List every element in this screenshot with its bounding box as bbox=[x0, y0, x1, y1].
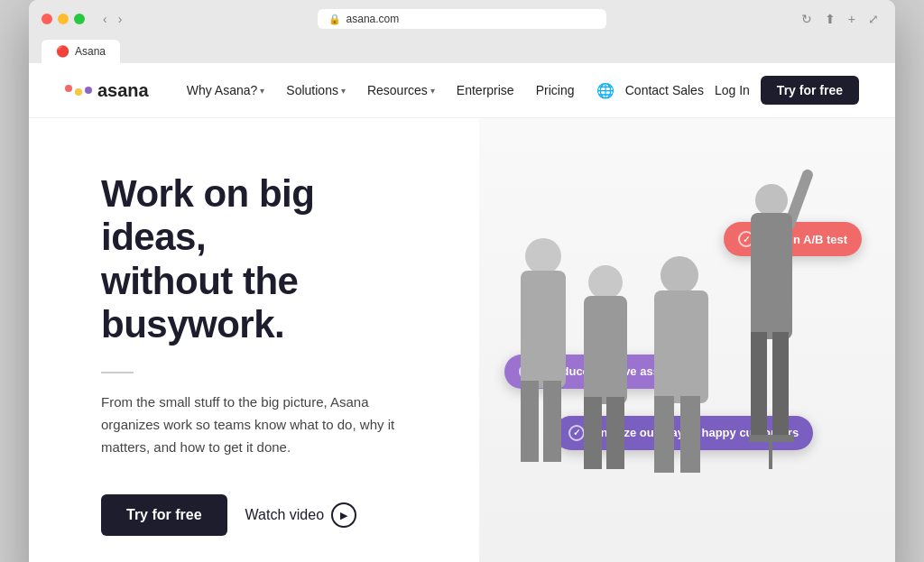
people-illustration bbox=[525, 184, 850, 562]
contact-sales-link[interactable]: Contact Sales bbox=[625, 83, 704, 97]
try-free-nav-button[interactable]: Try for free bbox=[761, 76, 859, 105]
logo-dot-red bbox=[65, 85, 72, 92]
nav-enterprise[interactable]: Enterprise bbox=[448, 78, 523, 103]
browser-window: ‹ › 🔒 asana.com ↻ ⬆ + ⤢ 🔴 Asana bbox=[29, 0, 895, 562]
play-icon: ▶ bbox=[331, 502, 356, 528]
nav-right: 🌐 Contact Sales Log In Try for free bbox=[596, 76, 859, 105]
website-content: asana Why Asana? ▾ Solutions ▾ Resources… bbox=[29, 63, 895, 562]
person2-leg-right bbox=[606, 397, 624, 469]
reload-icon[interactable]: ↻ bbox=[798, 10, 816, 28]
nav-pricing[interactable]: Pricing bbox=[527, 78, 584, 103]
browser-titlebar: ‹ › 🔒 asana.com ↻ ⬆ + ⤢ bbox=[42, 9, 882, 29]
person2-head bbox=[588, 265, 623, 299]
tab-title: Asana bbox=[75, 45, 106, 58]
hero-section: Work on big ideas, without the busywork.… bbox=[29, 118, 895, 562]
chevron-down-icon: ▾ bbox=[430, 86, 435, 96]
chevron-down-icon: ▾ bbox=[260, 86, 264, 96]
hero-right: ✓ Design A/B test ✓ Produce creative ass… bbox=[479, 118, 895, 562]
lock-icon: 🔒 bbox=[328, 14, 341, 25]
person4-leg-right bbox=[772, 332, 789, 440]
tab-favicon: 🔴 bbox=[56, 45, 69, 58]
logo-icon bbox=[65, 85, 92, 96]
address-bar[interactable]: 🔒 asana.com bbox=[318, 9, 606, 29]
hero-headline: Work on big ideas, without the busywork. bbox=[101, 172, 425, 346]
person1-leg-left bbox=[521, 381, 539, 462]
logo[interactable]: asana bbox=[65, 80, 149, 101]
browser-chrome: ‹ › 🔒 asana.com ↻ ⬆ + ⤢ 🔴 Asana bbox=[29, 0, 895, 63]
hero-left: Work on big ideas, without the busywork.… bbox=[29, 118, 479, 562]
globe-icon[interactable]: 🌐 bbox=[596, 82, 614, 99]
person2-body bbox=[584, 296, 627, 404]
person3-leg-left bbox=[654, 396, 674, 473]
hero-description: From the small stuff to the big picture,… bbox=[101, 392, 408, 458]
person3-head bbox=[661, 256, 698, 294]
person4-leg-left bbox=[751, 332, 767, 440]
try-free-hero-button[interactable]: Try for free bbox=[101, 494, 227, 536]
hero-image-area: ✓ Design A/B test ✓ Produce creative ass… bbox=[479, 118, 895, 562]
maximize-button[interactable] bbox=[74, 14, 85, 24]
fullscreen-icon[interactable]: ⤢ bbox=[864, 10, 882, 28]
hero-divider bbox=[101, 372, 134, 373]
person4-body bbox=[751, 213, 792, 339]
person2-leg-left bbox=[584, 397, 602, 469]
person1-head bbox=[525, 238, 561, 274]
active-tab[interactable]: 🔴 Asana bbox=[42, 40, 120, 63]
hero-actions: Try for free Watch video ▶ bbox=[101, 494, 425, 536]
nav-links: Why Asana? ▾ Solutions ▾ Resources ▾ Ent… bbox=[178, 78, 596, 103]
main-nav: asana Why Asana? ▾ Solutions ▾ Resources… bbox=[29, 63, 895, 118]
minimize-button[interactable] bbox=[58, 14, 69, 24]
back-icon[interactable]: ‹ bbox=[99, 10, 111, 28]
logo-text: asana bbox=[97, 80, 149, 101]
browser-tabs: 🔴 Asana bbox=[42, 40, 882, 63]
browser-right-icons: ↻ ⬆ + ⤢ bbox=[798, 10, 882, 28]
person1-body bbox=[521, 271, 566, 388]
stool-seat bbox=[749, 435, 794, 442]
logo-dot-purple bbox=[85, 87, 92, 94]
person1-leg-right bbox=[543, 381, 561, 462]
logo-dot-yellow bbox=[75, 88, 82, 96]
nav-why-asana[interactable]: Why Asana? ▾ bbox=[178, 78, 274, 103]
nav-solutions[interactable]: Solutions ▾ bbox=[277, 78, 355, 103]
new-tab-icon[interactable]: + bbox=[845, 10, 859, 28]
address-bar-container: 🔒 asana.com bbox=[134, 9, 788, 29]
person4-head bbox=[755, 184, 788, 217]
watch-video-link[interactable]: Watch video ▶ bbox=[245, 502, 356, 528]
person3-leg-right bbox=[680, 396, 700, 473]
nav-resources[interactable]: Resources ▾ bbox=[358, 78, 444, 103]
watch-video-label: Watch video bbox=[245, 507, 324, 523]
stool-leg bbox=[769, 442, 772, 469]
traffic-lights bbox=[42, 14, 85, 24]
url-text: asana.com bbox=[346, 13, 400, 25]
close-button[interactable] bbox=[42, 14, 52, 24]
browser-nav-icons: ‹ › bbox=[99, 10, 125, 28]
login-link[interactable]: Log In bbox=[715, 83, 750, 97]
chevron-down-icon: ▾ bbox=[341, 86, 346, 96]
forward-icon[interactable]: › bbox=[115, 10, 126, 28]
share-icon[interactable]: ⬆ bbox=[821, 10, 839, 28]
person3-body bbox=[654, 290, 708, 403]
